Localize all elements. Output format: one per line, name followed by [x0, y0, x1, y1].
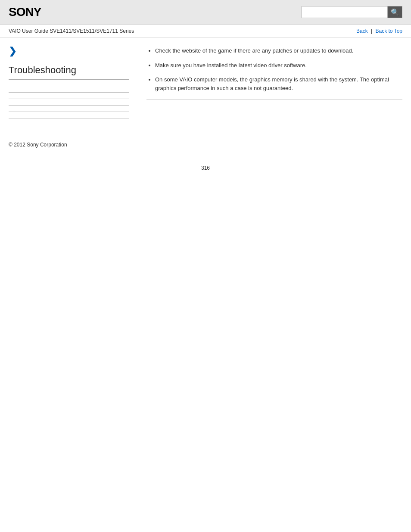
copyright-text: © 2012 Sony Corporation	[9, 142, 67, 148]
sidebar-divider-1	[9, 86, 129, 86]
sidebar-divider-3	[9, 99, 129, 99]
footer-copyright: © 2012 Sony Corporation	[0, 133, 411, 148]
search-icon: 🔍	[391, 8, 399, 16]
back-link[interactable]: Back	[356, 28, 368, 34]
header: SONY 🔍	[0, 0, 411, 25]
bullet-list: Check the website of the game if there a…	[146, 47, 402, 92]
list-item: Make sure you have installed the latest …	[155, 61, 402, 70]
sidebar-divider-4	[9, 105, 129, 106]
section-title: Troubleshooting	[9, 65, 129, 80]
guide-title: VAIO User Guide SVE1411/SVE1511/SVE1711 …	[9, 28, 134, 34]
sidebar-divider-5	[9, 112, 129, 112]
content-wrapper: ❯ Troubleshooting Check the website of t…	[0, 38, 411, 133]
page-number: 316	[201, 165, 210, 171]
nav-links: Back | Back to Top	[356, 28, 402, 34]
search-input[interactable]	[302, 6, 388, 18]
sidebar-divider-2	[9, 92, 129, 93]
sidebar: ❯ Troubleshooting	[9, 47, 142, 124]
search-button[interactable]: 🔍	[388, 6, 402, 18]
list-item: On some VAIO computer models, the graphi…	[155, 75, 402, 92]
page-number-area: 316	[0, 148, 411, 180]
sony-logo: SONY	[9, 5, 41, 19]
nav-bar: VAIO User Guide SVE1411/SVE1511/SVE1711 …	[0, 25, 411, 38]
content-divider	[146, 99, 402, 100]
nav-separator: |	[371, 28, 372, 34]
sidebar-divider-6	[9, 118, 129, 118]
search-area: 🔍	[302, 6, 402, 18]
list-item: Check the website of the game if there a…	[155, 47, 402, 55]
back-to-top-link[interactable]: Back to Top	[376, 28, 402, 34]
main-content: Check the website of the game if there a…	[142, 47, 402, 124]
chevron-right-icon: ❯	[9, 47, 129, 56]
